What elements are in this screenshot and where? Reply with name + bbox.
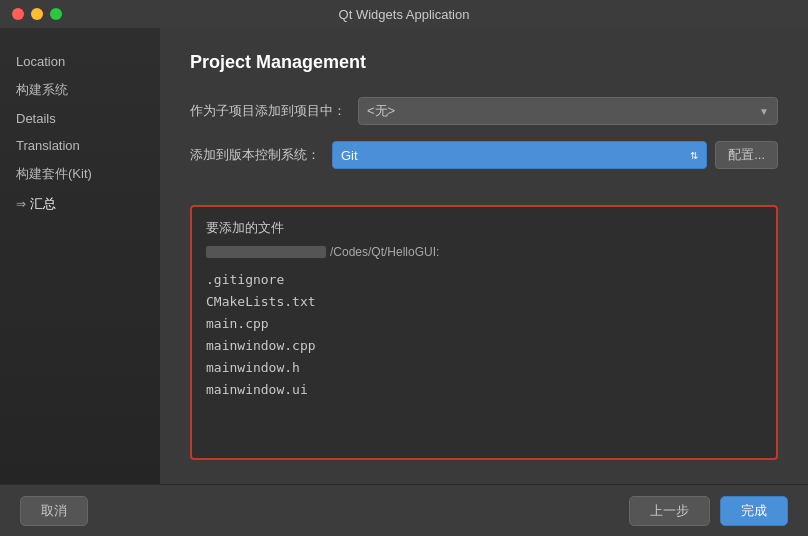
arrow-icon: ⇒ [16,197,26,211]
nav-buttons: 上一步 完成 [629,496,788,526]
file-list: .gitignore CMakeLists.txt main.cpp mainw… [206,269,762,402]
sidebar-item-label: Details [16,111,56,126]
vcs-control: Git ⇅ 配置... [332,141,778,169]
sidebar-item-label: Location [16,54,65,69]
sidebar-item-label: 构建系统 [16,81,68,99]
maximize-button[interactable] [50,8,62,20]
sidebar-item-label: Translation [16,138,80,153]
form-row-subproject: 作为子项目添加到项目中： <无> ▼ [190,97,778,125]
subproject-select[interactable]: <无> ▼ [358,97,778,125]
sidebar-item-kit[interactable]: 构建套件(Kit) [0,159,160,189]
window-controls [12,8,62,20]
subproject-label: 作为子项目添加到项目中： [190,102,346,120]
vcs-select[interactable]: Git ⇅ [332,141,707,169]
vcs-label: 添加到版本控制系统： [190,146,320,164]
sidebar-item-summary[interactable]: ⇒ 汇总 [0,189,160,219]
sidebar-item-location[interactable]: Location [0,48,160,75]
file-path: /Codes/Qt/HelloGUI: [206,245,762,259]
chevron-down-icon: ▼ [759,106,769,117]
titlebar: Qt Widgets Application [0,0,808,28]
cancel-button[interactable]: 取消 [20,496,88,526]
form-row-vcs: 添加到版本控制系统： Git ⇅ 配置... [190,141,778,169]
window-title: Qt Widgets Application [339,7,470,22]
sidebar-item-label: 汇总 [30,195,56,213]
bottom-bar: 取消 上一步 完成 [0,484,808,536]
main-layout: Location 构建系统 Details Translation 构建套件(K… [0,28,808,484]
path-suffix: /Codes/Qt/HelloGUI: [330,245,439,259]
sidebar-item-translation[interactable]: Translation [0,132,160,159]
sidebar-item-details[interactable]: Details [0,105,160,132]
file-list-title: 要添加的文件 [206,219,762,237]
prev-button[interactable]: 上一步 [629,496,710,526]
blurred-path [206,246,326,258]
finish-button[interactable]: 完成 [720,496,788,526]
chevron-down-icon: ⇅ [690,150,698,161]
content-area: Project Management 作为子项目添加到项目中： <无> ▼ 添加… [160,28,808,484]
subproject-value: <无> [367,102,395,120]
sidebar-item-build-system[interactable]: 构建系统 [0,75,160,105]
page-title: Project Management [190,52,778,73]
sidebar-item-label: 构建套件(Kit) [16,165,92,183]
config-button[interactable]: 配置... [715,141,778,169]
minimize-button[interactable] [31,8,43,20]
sidebar: Location 构建系统 Details Translation 构建套件(K… [0,28,160,484]
subproject-control: <无> ▼ [358,97,778,125]
close-button[interactable] [12,8,24,20]
file-list-box: 要添加的文件 /Codes/Qt/HelloGUI: .gitignore CM… [190,205,778,460]
vcs-value: Git [341,148,358,163]
